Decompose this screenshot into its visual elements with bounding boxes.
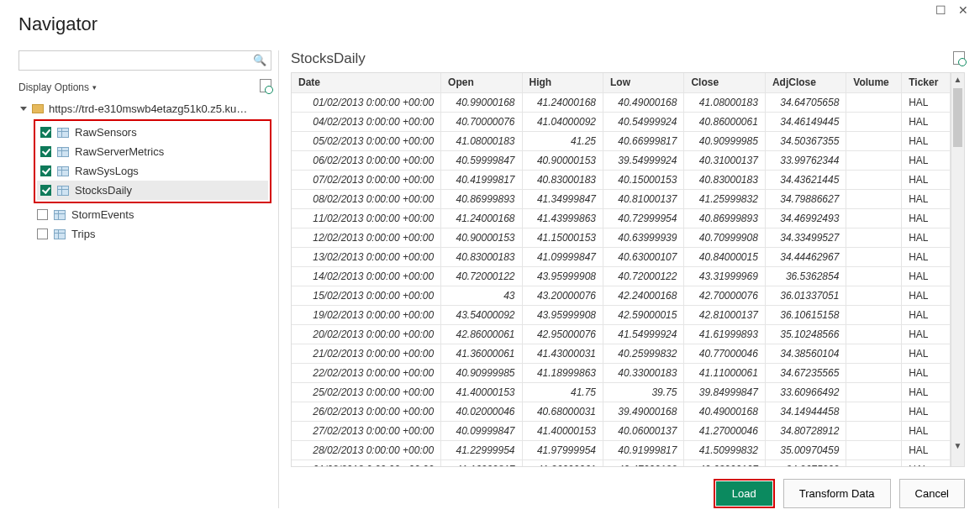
column-header[interactable]: Date xyxy=(292,73,441,92)
cell: 34.67235565 xyxy=(765,363,846,382)
checkbox[interactable] xyxy=(40,127,51,138)
table-row[interactable]: 01/03/2013 0:00:00 +00:0041.1699981741.3… xyxy=(292,460,951,466)
display-options-dropdown[interactable]: Display Options ▾ xyxy=(18,81,97,93)
cell: 42.95000076 xyxy=(522,324,603,344)
cell: 40.63000107 xyxy=(684,460,765,466)
cell: 41.97999954 xyxy=(522,440,603,460)
cell: 34.64705658 xyxy=(765,92,846,112)
tree-item-stocksdaily[interactable]: StocksDaily xyxy=(37,181,268,200)
column-header[interactable]: High xyxy=(522,73,603,92)
checkbox[interactable] xyxy=(37,209,48,220)
table-row[interactable]: 07/02/2013 0:00:00 +00:0040.4199981740.8… xyxy=(292,170,951,189)
table-row[interactable]: 28/02/2013 0:00:00 +00:0041.2299995441.9… xyxy=(292,440,951,460)
table-row[interactable]: 08/02/2013 0:00:00 +00:0040.8699989341.3… xyxy=(292,189,951,208)
table-row[interactable]: 01/02/2013 0:00:00 +00:0040.9900016841.2… xyxy=(292,92,951,112)
checkbox[interactable] xyxy=(37,228,48,239)
cell: 08/02/2013 0:00:00 +00:00 xyxy=(292,189,441,208)
cell: HAL xyxy=(902,382,951,402)
cell: HAL xyxy=(902,286,951,305)
table-row[interactable]: 04/02/2013 0:00:00 +00:0040.7000007641.0… xyxy=(292,112,951,131)
table-row[interactable]: 11/02/2013 0:00:00 +00:0041.2400016841.4… xyxy=(292,208,951,228)
table-row[interactable]: 25/02/2013 0:00:00 +00:0041.4000015341.7… xyxy=(292,382,951,402)
cell: 41.04000092 xyxy=(522,112,603,131)
column-header[interactable]: Low xyxy=(603,73,683,92)
cell: 41.40000153 xyxy=(522,421,603,440)
tree-root[interactable]: https://trd-e310mswb4etazg51k0.z5.kusto.… xyxy=(18,100,271,118)
cell: 01/02/2013 0:00:00 +00:00 xyxy=(292,92,441,112)
search-input[interactable] xyxy=(18,50,271,71)
cell: HAL xyxy=(902,92,951,112)
table-row[interactable]: 15/02/2013 0:00:00 +00:004343.2000007642… xyxy=(292,286,951,305)
maximize-icon[interactable]: ☐ xyxy=(935,3,946,17)
table-row[interactable]: 21/02/2013 0:00:00 +00:0041.3600006141.4… xyxy=(292,344,951,363)
table-row[interactable]: 19/02/2013 0:00:00 +00:0043.5400009243.9… xyxy=(292,305,951,324)
table-row[interactable]: 05/02/2013 0:00:00 +00:0041.0800018341.2… xyxy=(292,131,951,150)
cell xyxy=(846,189,902,208)
cell: 41.50999832 xyxy=(684,440,765,460)
column-header[interactable]: Volume xyxy=(846,73,902,92)
cell: 41.54999924 xyxy=(603,324,683,344)
cell: 43.95999908 xyxy=(522,266,603,286)
tree-item-label: RawServerMetrics xyxy=(75,145,164,158)
cell: HAL xyxy=(902,305,951,324)
cell: 43.95999908 xyxy=(522,305,603,324)
load-button[interactable]: Load xyxy=(716,481,772,506)
cell: 40.86999893 xyxy=(684,208,765,228)
column-header[interactable]: Open xyxy=(441,73,522,92)
cell xyxy=(846,286,902,305)
cell: 41.15000153 xyxy=(522,228,603,247)
cell: 40.31000137 xyxy=(684,150,765,170)
checkbox[interactable] xyxy=(40,185,51,196)
cell xyxy=(846,208,902,228)
cell: 40.63000107 xyxy=(603,247,683,266)
table-row[interactable]: 22/02/2013 0:00:00 +00:0040.9099998541.1… xyxy=(292,363,951,382)
cell: 41.18999863 xyxy=(522,363,603,382)
table-row[interactable]: 13/02/2013 0:00:00 +00:0040.8300018341.0… xyxy=(292,247,951,266)
table-row[interactable]: 14/02/2013 0:00:00 +00:0040.7200012243.9… xyxy=(292,266,951,286)
tree-item-label: StormEvents xyxy=(71,208,134,221)
cell: 41.36000061 xyxy=(441,344,522,363)
cell xyxy=(846,305,902,324)
cell: 41.24000168 xyxy=(441,208,522,228)
column-header[interactable]: Ticker xyxy=(902,73,951,92)
cell: 42.70000076 xyxy=(684,286,765,305)
table-icon xyxy=(57,128,69,138)
vertical-scrollbar[interactable]: ▲ ▼ xyxy=(951,73,964,466)
cell: 34.38560104 xyxy=(765,344,846,363)
checkbox[interactable] xyxy=(40,165,51,176)
cell: 04/02/2013 0:00:00 +00:00 xyxy=(292,112,441,131)
cell xyxy=(846,150,902,170)
refresh-icon[interactable]: ↻ xyxy=(260,79,271,95)
table-row[interactable]: 27/02/2013 0:00:00 +00:0040.0999984741.4… xyxy=(292,421,951,440)
close-icon[interactable]: ✕ xyxy=(958,3,968,17)
tree-item-rawsensors[interactable]: RawSensors xyxy=(37,123,268,142)
tree-item-rawsyslogs[interactable]: RawSysLogs xyxy=(37,161,268,181)
cell: 13/02/2013 0:00:00 +00:00 xyxy=(292,247,441,266)
checkbox[interactable] xyxy=(40,146,51,157)
cell: 12/02/2013 0:00:00 +00:00 xyxy=(292,228,441,247)
table-icon xyxy=(57,147,69,157)
cell xyxy=(846,460,902,466)
tree-item-stormevents[interactable]: StormEvents xyxy=(34,205,271,224)
search-icon[interactable]: 🔍 xyxy=(253,54,266,66)
tree-item-rawservermetrics[interactable]: RawServerMetrics xyxy=(37,142,268,161)
cell: 41.43000031 xyxy=(522,344,603,363)
cell xyxy=(846,324,902,344)
table-row[interactable]: 12/02/2013 0:00:00 +00:0040.9000015341.1… xyxy=(292,228,951,247)
table-icon xyxy=(57,166,69,176)
cell xyxy=(846,402,902,421)
add-column-icon[interactable]: + xyxy=(953,51,965,67)
cancel-button[interactable]: Cancel xyxy=(899,479,965,508)
tree-item-trips[interactable]: Trips xyxy=(34,224,271,244)
table-row[interactable]: 06/02/2013 0:00:00 +00:0040.5999984740.9… xyxy=(292,150,951,170)
navigator-panel: 🔍 Display Options ▾ ↻ https://trd-e310ms… xyxy=(18,50,279,508)
scroll-up-icon[interactable]: ▲ xyxy=(951,73,964,87)
column-header[interactable]: Close xyxy=(684,73,765,92)
transform-data-button[interactable]: Transform Data xyxy=(783,479,891,508)
cell: 40.68000031 xyxy=(522,402,603,421)
table-row[interactable]: 20/02/2013 0:00:00 +00:0042.8600006142.9… xyxy=(292,324,951,344)
cell: 40.33000183 xyxy=(603,363,683,382)
column-header[interactable]: AdjClose xyxy=(765,73,846,92)
table-row[interactable]: 26/02/2013 0:00:00 +00:0040.0200004640.6… xyxy=(292,402,951,421)
scroll-down-icon[interactable]: ▼ xyxy=(951,439,964,453)
